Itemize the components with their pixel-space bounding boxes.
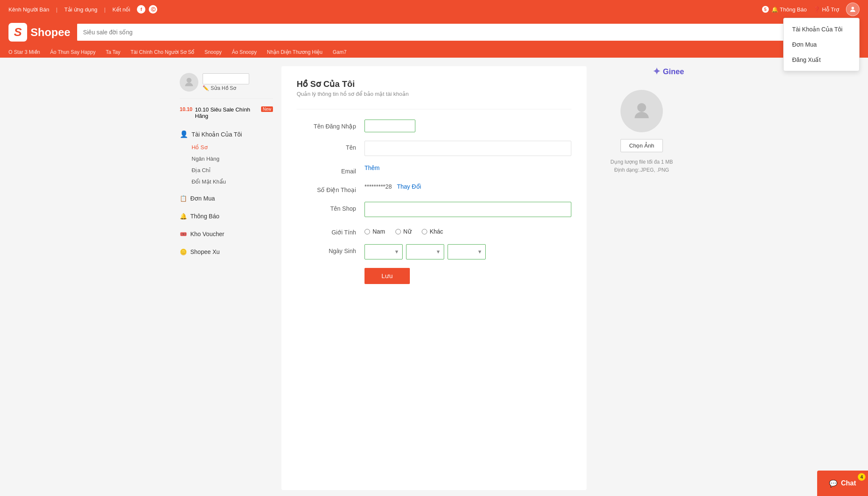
chat-badge: 4 <box>858 473 865 481</box>
file-info-line1: Dụng lượng file tối đa 1 MB <box>610 158 673 166</box>
xu-label: Shopee Xu <box>190 248 220 255</box>
gender-khac[interactable]: Khác <box>422 228 443 235</box>
gender-row: Giới Tính Nam Nữ Khác <box>297 226 571 236</box>
sidebar-item-password[interactable]: Đổi Mật Khẩu <box>192 176 273 187</box>
sidebar-profile-info: ✏️ Sửa Hồ Sơ <box>203 73 249 91</box>
phone-masked: *********28 <box>364 183 392 190</box>
dropdown-logout[interactable]: Đăng Xuất <box>784 52 859 67</box>
logo-s: S <box>14 25 22 39</box>
header-main: S Shopee 🔍 <box>8 23 860 46</box>
save-row: Lưu <box>297 268 571 284</box>
trending-6[interactable]: Áo Snoopy <box>232 49 257 55</box>
username-row: Tên Đăng Nhập <box>297 120 571 132</box>
profile-avatar-svg <box>631 100 652 122</box>
support-link[interactable]: ❓ Hỗ Trợ <box>813 6 839 13</box>
notifications-label: Thông Báo <box>190 213 220 220</box>
month-select[interactable] <box>406 244 444 259</box>
connect-link[interactable]: Kết nối <box>112 6 130 13</box>
trending-1[interactable]: O Star 3 Miền <box>8 49 40 55</box>
sep1: | <box>56 6 57 13</box>
account-icon: 👤 <box>180 130 188 138</box>
instagram-icon[interactable]: Ⓒ <box>149 5 157 14</box>
sidebar-orders-link[interactable]: 📋 Đơn Mua <box>180 192 273 205</box>
phone-change-link[interactable]: Thay Đổi <box>397 183 421 190</box>
promo-date: 10.10 <box>180 106 192 112</box>
gender-nam-radio[interactable] <box>364 229 370 234</box>
edit-profile-btn[interactable]: ✏️ Sửa Hồ Sơ <box>203 85 249 91</box>
form-divider <box>297 109 571 109</box>
trending-4[interactable]: Tài Chính Cho Người Sơ Sổ <box>131 49 194 55</box>
notification-link[interactable]: 5 🔔 Thông Báo <box>762 6 807 13</box>
trending-2[interactable]: Áo Thun Say Happy <box>50 49 95 55</box>
facebook-icon[interactable]: f <box>137 5 145 14</box>
file-info-line2: Định dạng:.JPEG, .PNG <box>610 166 673 174</box>
day-select[interactable] <box>364 244 403 259</box>
email-field: Thêm <box>364 164 571 171</box>
social-icons: f Ⓒ <box>137 5 157 14</box>
choose-photo-button[interactable]: Chọn Ảnh <box>620 139 663 152</box>
phone-row: Số Điện Thoại *********28 Thay Đổi <box>297 183 571 193</box>
name-field <box>364 141 571 156</box>
top-bar-left: Kênh Người Bán | Tải ứng dụng | Kết nối … <box>8 5 157 14</box>
day-select-wrapper: ▼ <box>364 244 403 259</box>
sidebar-avatar-icon <box>180 73 198 92</box>
name-row: Tên <box>297 141 571 156</box>
sidebar-notifications-link[interactable]: 🔔 Thông Báo <box>180 209 273 223</box>
gender-radio-group: Nam Nữ Khác <box>364 226 571 235</box>
notifications-icon: 🔔 <box>180 213 187 220</box>
gender-nu-radio[interactable] <box>395 229 401 234</box>
header-nav: O Star 3 Miền Áo Thun Say Happy Ta Tay T… <box>8 46 860 58</box>
sidebar-item-bank[interactable]: Ngân Hàng <box>192 153 273 164</box>
save-button[interactable]: Lưu <box>364 268 410 284</box>
username-input[interactable] <box>364 120 415 132</box>
gender-nu[interactable]: Nữ <box>395 228 412 235</box>
chat-button[interactable]: 4 💬 Chat <box>817 471 868 496</box>
date-group: ▼ ▼ ▼ <box>364 244 571 259</box>
ginee-icon: ✦ <box>653 66 660 77</box>
search-bar: 🔍 <box>77 24 860 41</box>
sidebar-vouchers-section: 🎟️ Kho Voucher <box>180 227 273 241</box>
chat-label: Chat <box>841 479 856 487</box>
phone-field: *********28 Thay Đổi <box>364 183 571 190</box>
email-add-link[interactable]: Thêm <box>364 164 380 171</box>
shop-input[interactable] <box>364 202 571 217</box>
seller-channel-link[interactable]: Kênh Người Bán <box>8 6 49 13</box>
email-label: Email <box>297 164 364 175</box>
dropdown-account[interactable]: Tài Khoản Của Tôi <box>784 22 859 37</box>
trending-7[interactable]: Nhận Diện Thương Hiệu <box>267 49 323 55</box>
sidebar-profile: ✏️ Sửa Hồ Sơ <box>180 66 273 99</box>
gender-nam[interactable]: Nam <box>364 228 385 235</box>
trending-5[interactable]: Snoopy <box>204 49 222 55</box>
orders-label: Đơn Mua <box>190 195 215 202</box>
download-app-link[interactable]: Tải ứng dụng <box>64 6 97 13</box>
sidebar-promo[interactable]: 10.10 10.10 Siêu Sale Chính Hãng New <box>180 103 273 123</box>
sidebar-account-section: 👤 Tài Khoản Của Tôi Hồ Sơ Ngân Hàng Địa … <box>180 127 273 187</box>
trending-8[interactable]: Gam7 <box>333 49 347 55</box>
year-select[interactable] <box>448 244 486 259</box>
top-bar: Kênh Người Bán | Tải ứng dụng | Kết nối … <box>0 0 868 19</box>
year-select-wrapper: ▼ <box>448 244 486 259</box>
notification-label: Thông Báo <box>780 6 807 13</box>
xu-icon: 🪙 <box>180 248 187 255</box>
sidebar-item-profile[interactable]: Hồ Sơ <box>192 142 273 153</box>
profile-avatar-large <box>620 90 663 132</box>
user-dropdown-menu: Tài Khoản Của Tôi Đơn Mua Đăng Xuất <box>783 18 860 71</box>
gender-label: Giới Tính <box>297 226 364 236</box>
sidebar-xu-link[interactable]: 🪙 Shopee Xu <box>180 245 273 259</box>
name-input[interactable] <box>364 141 571 156</box>
logo[interactable]: S Shopee <box>8 23 70 42</box>
sidebar-vouchers-link[interactable]: 🎟️ Kho Voucher <box>180 227 273 241</box>
dropdown-orders[interactable]: Đơn Mua <box>784 37 859 52</box>
birthday-label: Ngày Sinh <box>297 244 364 254</box>
trending-3[interactable]: Ta Tay <box>106 49 120 55</box>
sidebar-item-address[interactable]: Địa Chỉ <box>192 164 273 176</box>
sidebar-account-header[interactable]: 👤 Tài Khoản Của Tôi <box>180 127 273 142</box>
support-label: Hỗ Trợ <box>822 6 839 13</box>
gender-khac-radio[interactable] <box>422 229 427 234</box>
birthday-field: ▼ ▼ ▼ <box>364 244 571 259</box>
sep2: | <box>104 6 106 13</box>
sidebar-username-box <box>203 73 249 84</box>
user-avatar-btn[interactable] <box>846 3 860 16</box>
name-label: Tên <box>297 141 364 151</box>
search-input[interactable] <box>77 24 837 41</box>
